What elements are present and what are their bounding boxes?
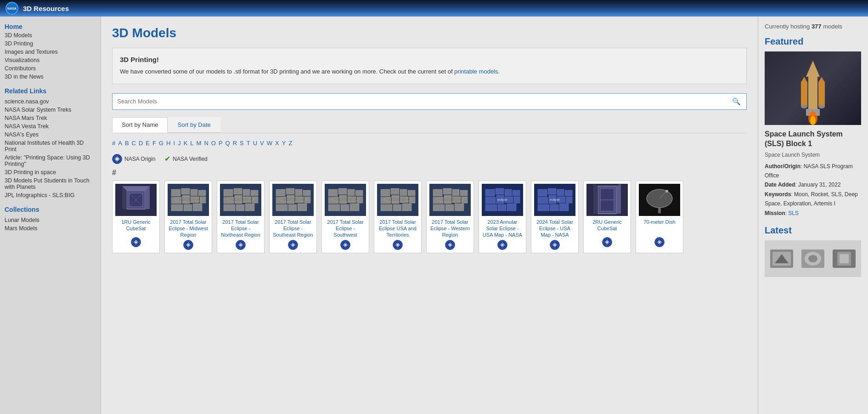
site-title: 3D Resources — [23, 5, 69, 12]
alpha-nav-u[interactable]: U — [253, 140, 257, 147]
alpha-nav-w[interactable]: W — [267, 140, 272, 147]
svg-point-169 — [659, 241, 660, 243]
alpha-nav-e[interactable]: E — [146, 140, 150, 147]
sort-by-date-tab[interactable]: Sort by Date — [168, 117, 220, 133]
alpha-nav-f[interactable]: F — [152, 140, 156, 147]
printable-models-link[interactable]: printable models. — [454, 68, 500, 75]
mission-link[interactable]: SLS — [788, 210, 799, 216]
svg-rect-37 — [224, 197, 234, 204]
latest-image[interactable] — [765, 240, 861, 277]
sidebar-related-nih-3d[interactable]: National Institutes of Health 3D Print — [5, 139, 96, 153]
alpha-nav-n[interactable]: N — [204, 140, 208, 147]
sidebar-item-images-textures[interactable]: Images and Textures — [5, 48, 96, 56]
svg-marker-153 — [616, 184, 621, 214]
alpha-nav-r[interactable]: R — [233, 140, 237, 147]
sidebar-item-home[interactable]: Home — [5, 22, 96, 31]
alpha-nav-h[interactable]: H — [166, 140, 170, 147]
alpha-nav-c[interactable]: C — [132, 140, 136, 147]
alpha-nav-b[interactable]: B — [125, 140, 129, 147]
featured-meta: Author/Origin: NASA SLS Program Office D… — [765, 162, 862, 218]
model-card-70-meter[interactable]: 70-meter Dish — [636, 181, 683, 254]
alpha-nav-#[interactable]: # — [112, 140, 115, 147]
svg-rect-19 — [198, 190, 206, 196]
model-card-1ru-cubesat[interactable]: 1RU Generic CubeSat — [112, 181, 160, 254]
sidebar-collection-mars-models[interactable]: Mars Models — [5, 224, 96, 233]
model-card-2017-northeast[interactable]: 2017 Total Solar Eclipse - Northeast Reg… — [217, 181, 265, 254]
sidebar-related-students-planets[interactable]: 3D Models Put Students in Touch with Pla… — [5, 176, 96, 191]
alpha-nav-a[interactable]: A — [118, 140, 122, 147]
sidebar-related-nasas-eyes[interactable]: NASA's Eyes — [5, 130, 96, 139]
sidebar-item-contributors[interactable]: Contributors — [5, 64, 96, 73]
info-box: 3D Printing! We have converted some of o… — [112, 48, 747, 84]
alpha-nav-j[interactable]: J — [178, 140, 181, 147]
model-card-2017-southwest[interactable]: 2017 Total Solar Eclipse - Southwest — [321, 181, 369, 254]
sidebar-related-printing-space[interactable]: 3D Printing in space — [5, 168, 96, 176]
svg-rect-84 — [381, 189, 390, 196]
sidebar-item-3d-printing[interactable]: 3D Printing — [5, 40, 96, 48]
svg-rect-111 — [455, 204, 464, 211]
svg-rect-103 — [452, 189, 459, 196]
sort-by-name-tab[interactable]: Sort by Name — [112, 117, 168, 133]
model-card-2ru-cubesat[interactable]: 2RU Generic CubeSat — [583, 181, 631, 254]
svg-marker-178 — [818, 77, 825, 83]
main-layout: Home 3D Models3D PrintingImages and Text… — [0, 17, 868, 414]
alpha-nav-s[interactable]: S — [240, 140, 244, 147]
alpha-nav-y[interactable]: Y — [282, 140, 286, 147]
svg-point-180 — [818, 105, 825, 108]
model-label-2ru-cubesat: 2RU Generic CubeSat — [586, 219, 628, 235]
alpha-nav-i[interactable]: I — [174, 140, 175, 147]
svg-rect-119 — [496, 188, 504, 194]
sidebar-collection-lunar-models[interactable]: Lunar Models — [5, 216, 96, 224]
sidebar-related-vesta-trek[interactable]: NASA Vesta Trek — [5, 122, 96, 130]
alpha-nav-p[interactable]: P — [219, 140, 223, 147]
alpha-nav-o[interactable]: O — [211, 140, 216, 147]
model-label-2023-annular: 2023 Annular Solar Eclipse - USA Map - N… — [482, 219, 523, 238]
svg-marker-177 — [801, 77, 807, 83]
search-input[interactable] — [113, 94, 727, 108]
nasa-badge — [497, 240, 507, 250]
svg-rect-50 — [276, 189, 285, 196]
model-card-2024-total[interactable]: eclipse 2024 Total Solar Eclipse - USA M… — [531, 181, 579, 254]
alpha-nav-k[interactable]: K — [184, 140, 188, 147]
sidebar-collections: Lunar ModelsMars Models — [5, 216, 96, 233]
alpha-nav-q[interactable]: Q — [225, 140, 230, 147]
sidebar-related-jpl-infographics[interactable]: JPL Infographics - SLS:BIG — [5, 191, 96, 199]
svg-point-65 — [293, 244, 294, 246]
svg-rect-121 — [513, 190, 520, 196]
alpha-nav-v[interactable]: V — [260, 140, 264, 147]
alpha-nav-d[interactable]: D — [139, 140, 143, 147]
sidebar-related-solar-treks[interactable]: NASA Solar System Treks — [5, 106, 96, 114]
model-card-2017-midwest[interactable]: 2017 Total Solar Eclipse - Midwest Regio… — [164, 181, 212, 254]
svg-rect-145 — [559, 204, 569, 211]
svg-rect-24 — [171, 204, 183, 211]
alpha-nav-x[interactable]: X — [275, 140, 279, 147]
sidebar-item-visualizations[interactable]: Visualizations — [5, 56, 96, 64]
svg-rect-25 — [184, 204, 192, 211]
info-box-text: We have converted some of our models to … — [120, 67, 739, 76]
model-card-2017-western[interactable]: 2017 Total Solar Eclipse - Western Regio… — [426, 181, 474, 254]
alpha-nav-l[interactable]: L — [190, 140, 193, 147]
svg-rect-34 — [234, 188, 242, 194]
sidebar-related-science-nasa[interactable]: science.nasa.gov — [5, 97, 96, 106]
models-grid-container: # 1RU Generic CubeSat 2017 Total Solar — [112, 169, 747, 254]
nasa-origin-badge — [112, 154, 122, 164]
model-card-2017-southeast[interactable]: 2017 Total Solar Eclipse - Southeast Reg… — [269, 181, 317, 254]
model-card-2023-annular[interactable]: eclipse 2023 Annular Solar Eclipse - USA… — [479, 181, 526, 254]
featured-image[interactable] — [765, 51, 861, 125]
sidebar-related-mars-trek[interactable]: NASA Mars Trek — [5, 114, 96, 122]
svg-rect-17 — [181, 188, 190, 194]
alpha-nav-z[interactable]: Z — [288, 140, 292, 147]
alpha-nav-m[interactable]: M — [197, 140, 202, 147]
svg-point-133 — [502, 244, 503, 246]
sidebar-item-3d-models[interactable]: 3D Models — [5, 31, 96, 40]
alpha-nav-g[interactable]: G — [159, 140, 163, 147]
sidebar-item-3d-news[interactable]: 3D in the News — [5, 73, 96, 81]
model-label-2017-western: 2017 Total Solar Eclipse - Western Regio… — [429, 219, 471, 238]
sidebar-related-article-printing[interactable]: Article: "Printing Space: Using 3D Print… — [5, 153, 96, 168]
model-card-2017-usa[interactable]: 2017 Total Solar Eclipse USA and Territo… — [374, 181, 422, 254]
featured-subtitle: Space Launch System — [765, 152, 862, 158]
search-button[interactable]: 🔍 — [727, 94, 746, 109]
nasa-badge — [288, 240, 298, 250]
alpha-nav-t[interactable]: T — [247, 140, 250, 147]
svg-point-48 — [240, 244, 242, 246]
